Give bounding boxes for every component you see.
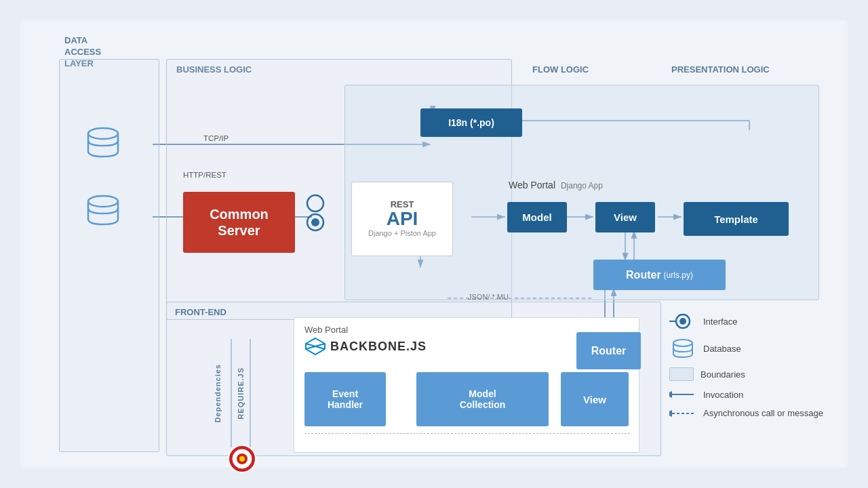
- svg-point-33: [239, 456, 245, 462]
- model-box: Model: [507, 202, 567, 232]
- dependencies-label: Dependencies: [209, 339, 226, 447]
- json-mu-label: JSON/ *.MU: [468, 293, 509, 301]
- bullseye-icon: [227, 444, 258, 477]
- svg-point-35: [679, 318, 686, 325]
- view-fe-box: View: [561, 372, 629, 426]
- legend-async: Asynchronous call or message: [669, 408, 829, 420]
- legend-interface: Interface: [669, 313, 829, 329]
- event-handler-box: Event Handler: [304, 372, 386, 426]
- i18n-box: I18n (*.po): [420, 108, 522, 137]
- legend-database: Database: [669, 338, 829, 359]
- requirejs-label: REQUIRE.JS: [231, 339, 251, 447]
- interface-socket-right: [305, 212, 326, 235]
- legend-boundaries: Boundaries: [669, 367, 829, 381]
- backbone-portal-label: Web Portal: [304, 325, 348, 335]
- model-collection-box: Model Collection: [416, 372, 549, 426]
- diagram-container: DATA ACCESS LAYER BUSINESS LOGIC FLOW LO…: [20, 20, 848, 468]
- svg-point-22: [88, 128, 118, 139]
- template-box: Template: [684, 202, 789, 236]
- tcpip-label: TCP/IP: [203, 134, 229, 142]
- database-bottom: [83, 193, 123, 237]
- legend: Interface Database Boundaries: [669, 313, 829, 420]
- svg-point-26: [311, 218, 319, 226]
- dal-boundary: [59, 59, 159, 452]
- view-top-box: View: [595, 202, 655, 232]
- svg-point-23: [88, 196, 118, 207]
- http-rest-label: HTTP/REST: [183, 171, 226, 179]
- frontend-label: FRONT-END: [175, 307, 226, 317]
- router-bottom-box: Router: [576, 332, 641, 369]
- common-server-box: Common Server: [183, 192, 295, 253]
- layer-label-pl: PRESENTATION LOGIC: [671, 64, 770, 75]
- svg-point-37: [673, 340, 692, 346]
- web-portal-label: Web Portal Django App: [509, 180, 603, 190]
- svg-point-24: [307, 195, 323, 211]
- backbone-logo: BACKBONE.JS: [304, 337, 427, 356]
- router-top-box: Router (urls.py): [593, 260, 726, 290]
- rest-api-box: REST API Django + Piston App: [351, 182, 453, 256]
- layer-label-fl: FLOW LOGIC: [532, 64, 589, 75]
- database-top: [83, 125, 123, 169]
- legend-invocation: Invocation: [669, 389, 829, 400]
